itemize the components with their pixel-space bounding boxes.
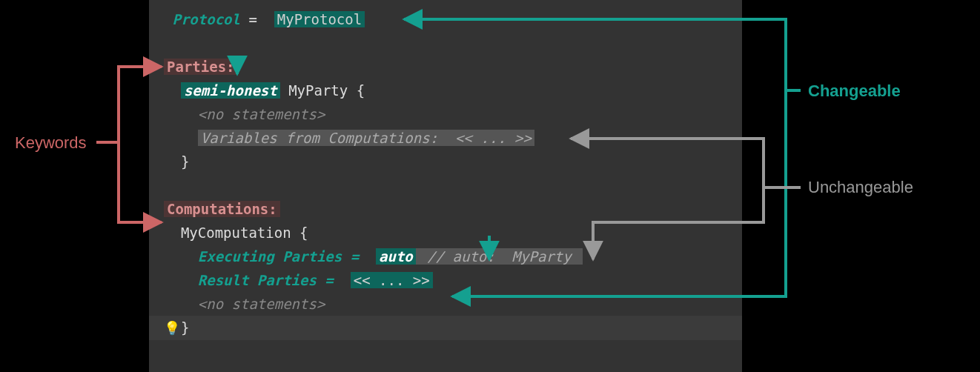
vars-from-comp: Variables from Computations: << ... >> xyxy=(198,130,534,146)
changeable-label: Changeable xyxy=(808,82,901,101)
executing-parties: Executing Parties = xyxy=(198,248,368,265)
result-value: << ... >> xyxy=(351,272,433,288)
equals: = xyxy=(240,11,265,27)
protocol-keyword: Protocol xyxy=(172,11,240,27)
auto-value: auto xyxy=(376,248,416,265)
semi-honest: semi-honest xyxy=(181,82,280,99)
protocol-value: MyProtocol xyxy=(274,11,365,27)
mycomputation-decl: MyComputation { xyxy=(181,225,308,241)
myparty-decl: MyParty { xyxy=(280,82,365,99)
no-statements-1: <no statements> xyxy=(198,106,325,122)
no-statements-2: <no statements> xyxy=(198,296,325,312)
parties-keyword: Parties: xyxy=(164,59,238,75)
close-brace-2: } xyxy=(181,319,189,336)
unchangeable-label: Unchangeable xyxy=(808,178,913,197)
keywords-label: Keywords xyxy=(15,133,87,153)
result-parties: Result Parties = xyxy=(198,272,342,288)
code-editor: Protocol = MyProtocol Parties: semi-hone… xyxy=(149,0,742,372)
auto-comment: // auto: MyParty xyxy=(416,248,583,265)
close-brace-1: } xyxy=(181,153,189,170)
computations-keyword: Computations: xyxy=(164,201,280,217)
